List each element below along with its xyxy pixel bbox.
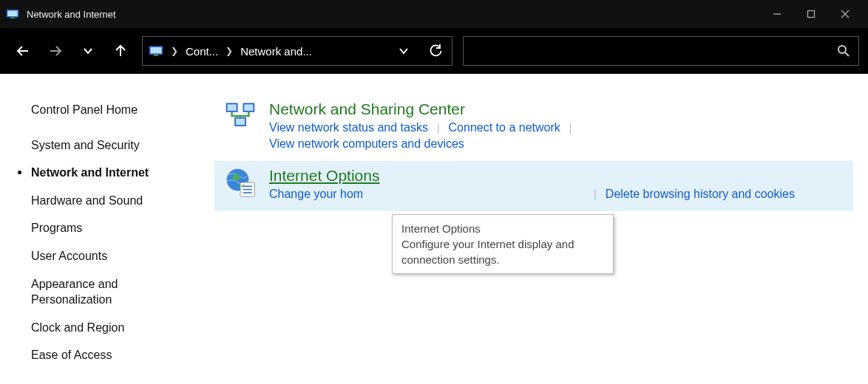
titlebar: Network and Internet	[0, 0, 868, 28]
refresh-button[interactable]	[424, 37, 449, 65]
sidebar-item-network[interactable]: Network and Internet	[31, 159, 200, 187]
sidebar-item-system[interactable]: System and Security	[31, 131, 200, 160]
link-delete-history[interactable]: Delete browsing history and cookies	[606, 186, 795, 202]
svg-point-13	[838, 46, 846, 53]
category-internet-options: Internet Options Change your hom | Delet…	[214, 161, 853, 211]
separator: |	[569, 122, 572, 134]
sidebar-item-clock[interactable]: Clock and Region	[31, 314, 200, 342]
search-icon	[838, 45, 850, 57]
svg-point-22	[233, 174, 241, 181]
tooltip: Internet Options Configure your Internet…	[392, 214, 614, 274]
chevron-right-icon[interactable]: ❯	[171, 46, 178, 56]
network-sharing-icon	[225, 100, 256, 131]
sidebar-item-label: Programs	[31, 222, 82, 234]
back-button[interactable]	[9, 37, 37, 65]
sidebar-item-hardware[interactable]: Hardware and Sound	[31, 187, 200, 215]
svg-line-14	[845, 52, 849, 56]
svg-rect-1	[7, 11, 18, 17]
control-panel-icon	[6, 9, 19, 19]
svg-rect-2	[10, 18, 15, 19]
tooltip-title: Internet Options	[401, 221, 604, 236]
forward-button[interactable]	[41, 37, 69, 65]
sidebar-item-user-accounts[interactable]: User Accounts	[31, 242, 200, 270]
link-view-computers[interactable]: View network computers and devices	[269, 136, 464, 152]
svg-rect-12	[154, 55, 159, 56]
tooltip-body: Configure your Internet display and conn…	[401, 236, 604, 267]
up-button[interactable]	[106, 37, 135, 65]
sidebar-item-ease[interactable]: Ease of Access	[31, 341, 200, 369]
category-title[interactable]: Internet Options	[269, 167, 844, 186]
sidebar-item-label: Ease of Access	[31, 349, 112, 361]
chevron-right-icon[interactable]: ❯	[226, 46, 233, 56]
window-title: Network and Internet	[27, 9, 116, 20]
control-panel-icon	[149, 45, 163, 57]
sidebar-item-label: Clock and Region	[31, 321, 124, 334]
svg-rect-16	[228, 104, 237, 111]
sidebar-item-label: Appearance and Personalization	[31, 278, 118, 306]
svg-rect-20	[236, 119, 245, 126]
sidebar-item-label: Control Panel Home	[31, 103, 138, 116]
sidebar-item-label: User Accounts	[31, 250, 107, 262]
sidebar-item-label: Network and Internet	[31, 166, 149, 179]
link-view-status[interactable]: View network status and tasks	[269, 120, 428, 136]
separator: |	[437, 122, 440, 134]
separator: |	[594, 188, 597, 200]
sidebar-item-label: Hardware and Sound	[31, 194, 143, 207]
svg-rect-11	[151, 47, 162, 53]
sidebar-item-label: System and Security	[31, 139, 140, 151]
address-dropdown-button[interactable]	[391, 37, 416, 65]
sidebar-item-programs[interactable]: Programs	[31, 214, 200, 242]
sidebar-item-appearance[interactable]: Appearance and Personalization	[31, 270, 200, 314]
address-bar[interactable]: ❯ Cont... ❯ Network and...	[142, 36, 452, 66]
svg-rect-18	[244, 104, 253, 111]
category-network-sharing: Network and Sharing Center View network …	[214, 95, 853, 161]
minimize-button[interactable]	[760, 0, 794, 28]
navbar: ❯ Cont... ❯ Network and...	[0, 28, 868, 74]
internet-options-icon	[225, 167, 256, 198]
breadcrumb-control-panel[interactable]: Cont...	[186, 45, 218, 58]
close-button[interactable]	[828, 0, 862, 28]
breadcrumb-network[interactable]: Network and...	[240, 45, 312, 58]
recent-dropdown-button[interactable]	[74, 37, 102, 65]
search-input[interactable]	[463, 36, 859, 66]
link-change-homepage[interactable]: Change your hom	[269, 186, 363, 202]
maximize-button[interactable]	[794, 0, 828, 28]
category-title[interactable]: Network and Sharing Center	[269, 100, 844, 120]
svg-rect-4	[808, 11, 815, 18]
sidebar-item-home[interactable]: Control Panel Home	[31, 96, 200, 131]
sidebar: Control Panel Home System and Security N…	[0, 74, 214, 384]
link-connect-network[interactable]: Connect to a network	[449, 120, 560, 136]
